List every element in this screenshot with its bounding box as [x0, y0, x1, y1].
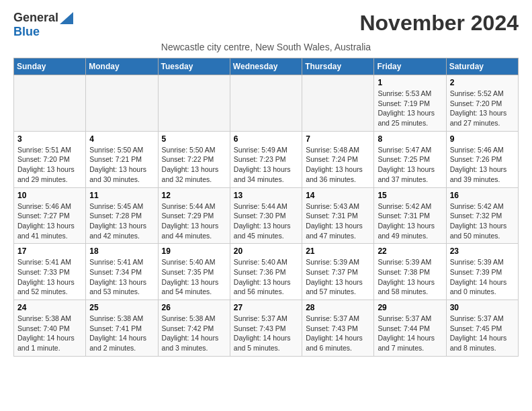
- calendar-cell: 3Sunrise: 5:51 AMSunset: 7:20 PMDaylight…: [14, 131, 86, 187]
- day-info: Sunrise: 5:43 AMSunset: 7:31 PMDaylight:…: [306, 201, 370, 241]
- day-number: 22: [378, 246, 442, 256]
- day-number: 14: [306, 191, 370, 200]
- calendar-cell: 26Sunrise: 5:38 AMSunset: 7:42 PMDayligh…: [158, 300, 230, 357]
- calendar-cell: 2Sunrise: 5:52 AMSunset: 7:20 PMDaylight…: [446, 75, 518, 132]
- day-number: 20: [234, 246, 298, 256]
- weekday-header-thursday: Thursday: [302, 58, 374, 75]
- day-info: Sunrise: 5:44 AMSunset: 7:29 PMDaylight:…: [162, 201, 226, 241]
- day-info: Sunrise: 5:40 AMSunset: 7:35 PMDaylight:…: [162, 257, 226, 297]
- day-number: 11: [89, 191, 154, 200]
- day-number: 5: [162, 134, 226, 144]
- day-number: 1: [378, 78, 442, 87]
- day-number: 12: [162, 191, 226, 200]
- day-number: 25: [89, 303, 154, 312]
- day-info: Sunrise: 5:46 AMSunset: 7:27 PMDaylight:…: [17, 201, 82, 241]
- day-number: 16: [450, 191, 515, 200]
- day-number: 13: [234, 191, 298, 200]
- day-number: 6: [234, 134, 298, 144]
- weekday-header-tuesday: Tuesday: [158, 58, 230, 75]
- calendar-cell: 8Sunrise: 5:47 AMSunset: 7:25 PMDaylight…: [374, 131, 446, 187]
- day-info: Sunrise: 5:47 AMSunset: 7:25 PMDaylight:…: [378, 145, 442, 185]
- day-info: Sunrise: 5:38 AMSunset: 7:41 PMDaylight:…: [89, 314, 154, 353]
- calendar-cell: 28Sunrise: 5:37 AMSunset: 7:43 PMDayligh…: [302, 300, 374, 357]
- calendar-cell: [86, 75, 158, 132]
- weekday-header-sunday: Sunday: [14, 58, 86, 75]
- day-number: 23: [450, 246, 515, 256]
- calendar-cell: 20Sunrise: 5:40 AMSunset: 7:36 PMDayligh…: [230, 244, 302, 300]
- day-info: Sunrise: 5:51 AMSunset: 7:20 PMDaylight:…: [17, 145, 82, 185]
- calendar-cell: 1Sunrise: 5:53 AMSunset: 7:19 PMDaylight…: [374, 75, 446, 132]
- day-info: Sunrise: 5:45 AMSunset: 7:28 PMDaylight:…: [89, 201, 154, 241]
- day-info: Sunrise: 5:37 AMSunset: 7:43 PMDaylight:…: [234, 314, 298, 353]
- day-number: 29: [378, 303, 442, 312]
- weekday-header-saturday: Saturday: [446, 58, 518, 75]
- calendar-cell: 5Sunrise: 5:50 AMSunset: 7:22 PMDaylight…: [158, 131, 230, 187]
- day-info: Sunrise: 5:38 AMSunset: 7:40 PMDaylight:…: [17, 314, 82, 353]
- calendar-cell: 13Sunrise: 5:44 AMSunset: 7:30 PMDayligh…: [230, 187, 302, 244]
- calendar-cell: [14, 75, 86, 132]
- calendar-cell: 22Sunrise: 5:39 AMSunset: 7:38 PMDayligh…: [374, 244, 446, 300]
- day-info: Sunrise: 5:41 AMSunset: 7:34 PMDaylight:…: [89, 257, 154, 297]
- day-info: Sunrise: 5:52 AMSunset: 7:20 PMDaylight:…: [450, 89, 515, 128]
- day-info: Sunrise: 5:37 AMSunset: 7:44 PMDaylight:…: [378, 314, 442, 353]
- day-info: Sunrise: 5:40 AMSunset: 7:36 PMDaylight:…: [234, 257, 298, 297]
- day-number: 15: [378, 191, 442, 200]
- calendar-cell: 11Sunrise: 5:45 AMSunset: 7:28 PMDayligh…: [86, 187, 158, 244]
- svg-marker-0: [60, 12, 73, 24]
- day-info: Sunrise: 5:49 AMSunset: 7:23 PMDaylight:…: [234, 145, 298, 185]
- calendar-cell: 19Sunrise: 5:40 AMSunset: 7:35 PMDayligh…: [158, 244, 230, 300]
- calendar-cell: 17Sunrise: 5:41 AMSunset: 7:33 PMDayligh…: [14, 244, 86, 300]
- logo-blue: Blue: [13, 25, 40, 39]
- calendar-cell: [158, 75, 230, 132]
- calendar: SundayMondayTuesdayWednesdayThursdayFrid…: [13, 58, 519, 357]
- day-number: 4: [89, 134, 154, 144]
- calendar-cell: 21Sunrise: 5:39 AMSunset: 7:37 PMDayligh…: [302, 244, 374, 300]
- calendar-cell: 14Sunrise: 5:43 AMSunset: 7:31 PMDayligh…: [302, 187, 374, 244]
- day-info: Sunrise: 5:37 AMSunset: 7:43 PMDaylight:…: [306, 314, 370, 353]
- logo-general: General: [13, 11, 58, 25]
- day-number: 9: [450, 134, 515, 144]
- weekday-header-friday: Friday: [374, 58, 446, 75]
- weekday-header-wednesday: Wednesday: [230, 58, 302, 75]
- calendar-cell: 15Sunrise: 5:42 AMSunset: 7:31 PMDayligh…: [374, 187, 446, 244]
- day-info: Sunrise: 5:39 AMSunset: 7:39 PMDaylight:…: [450, 257, 515, 297]
- calendar-cell: 4Sunrise: 5:50 AMSunset: 7:21 PMDaylight…: [86, 131, 158, 187]
- logo: General Blue: [13, 11, 73, 39]
- subtitle: Newcastle city centre, New South Wales, …: [13, 42, 519, 52]
- day-number: 28: [306, 303, 370, 312]
- day-info: Sunrise: 5:42 AMSunset: 7:31 PMDaylight:…: [378, 201, 442, 241]
- calendar-cell: 18Sunrise: 5:41 AMSunset: 7:34 PMDayligh…: [86, 244, 158, 300]
- day-info: Sunrise: 5:37 AMSunset: 7:45 PMDaylight:…: [450, 314, 515, 353]
- day-number: 21: [306, 246, 370, 256]
- calendar-cell: 10Sunrise: 5:46 AMSunset: 7:27 PMDayligh…: [14, 187, 86, 244]
- day-info: Sunrise: 5:48 AMSunset: 7:24 PMDaylight:…: [306, 145, 370, 185]
- day-number: 7: [306, 134, 370, 144]
- day-info: Sunrise: 5:50 AMSunset: 7:22 PMDaylight:…: [162, 145, 226, 185]
- day-info: Sunrise: 5:50 AMSunset: 7:21 PMDaylight:…: [89, 145, 154, 185]
- calendar-cell: 30Sunrise: 5:37 AMSunset: 7:45 PMDayligh…: [446, 300, 518, 357]
- day-number: 30: [450, 303, 515, 312]
- calendar-cell: 23Sunrise: 5:39 AMSunset: 7:39 PMDayligh…: [446, 244, 518, 300]
- day-info: Sunrise: 5:41 AMSunset: 7:33 PMDaylight:…: [17, 257, 82, 297]
- day-number: 10: [17, 191, 82, 200]
- calendar-cell: 16Sunrise: 5:42 AMSunset: 7:32 PMDayligh…: [446, 187, 518, 244]
- day-number: 3: [17, 134, 82, 144]
- calendar-cell: 24Sunrise: 5:38 AMSunset: 7:40 PMDayligh…: [14, 300, 86, 357]
- calendar-cell: 9Sunrise: 5:46 AMSunset: 7:26 PMDaylight…: [446, 131, 518, 187]
- day-info: Sunrise: 5:46 AMSunset: 7:26 PMDaylight:…: [450, 145, 515, 185]
- calendar-cell: [302, 75, 374, 132]
- day-info: Sunrise: 5:38 AMSunset: 7:42 PMDaylight:…: [162, 314, 226, 353]
- day-number: 17: [17, 246, 82, 256]
- day-number: 2: [450, 78, 515, 87]
- day-number: 18: [89, 246, 154, 256]
- weekday-header-monday: Monday: [86, 58, 158, 75]
- calendar-cell: 12Sunrise: 5:44 AMSunset: 7:29 PMDayligh…: [158, 187, 230, 244]
- day-info: Sunrise: 5:39 AMSunset: 7:37 PMDaylight:…: [306, 257, 370, 297]
- calendar-cell: 6Sunrise: 5:49 AMSunset: 7:23 PMDaylight…: [230, 131, 302, 187]
- day-number: 27: [234, 303, 298, 312]
- logo-bird-icon: [60, 12, 73, 24]
- calendar-cell: 25Sunrise: 5:38 AMSunset: 7:41 PMDayligh…: [86, 300, 158, 357]
- calendar-cell: 29Sunrise: 5:37 AMSunset: 7:44 PMDayligh…: [374, 300, 446, 357]
- day-info: Sunrise: 5:42 AMSunset: 7:32 PMDaylight:…: [450, 201, 515, 241]
- day-info: Sunrise: 5:44 AMSunset: 7:30 PMDaylight:…: [234, 201, 298, 241]
